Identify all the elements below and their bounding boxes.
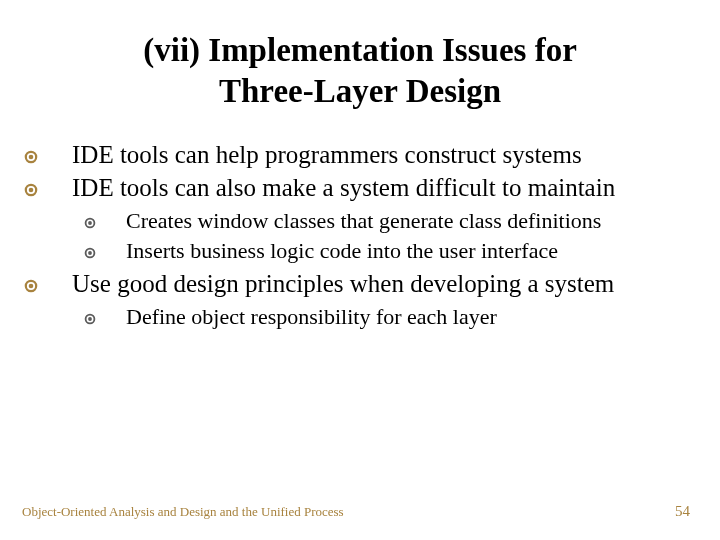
- list-item: Use good design principles when developi…: [52, 268, 680, 331]
- bullet-text: IDE tools can help programmers construct…: [72, 141, 582, 168]
- circle-dot-icon: [108, 237, 126, 265]
- footer-text: Object-Oriented Analysis and Design and …: [22, 504, 344, 520]
- slide-title: (vii) Implementation Issues for Three-La…: [0, 0, 720, 121]
- bullet-text: Use good design principles when developi…: [72, 270, 614, 297]
- bullet-text: Define object responsibility for each la…: [126, 304, 497, 329]
- circle-dot-icon: [52, 268, 72, 299]
- circle-dot-icon: [108, 303, 126, 331]
- bullet-text: Inserts business logic code into the use…: [126, 238, 558, 263]
- svg-point-11: [88, 317, 92, 321]
- svg-point-3: [29, 187, 34, 192]
- sub-bullet-list: Define object responsibility for each la…: [80, 303, 680, 331]
- svg-point-5: [88, 221, 92, 225]
- svg-point-9: [29, 284, 34, 289]
- title-line-1: (vii) Implementation Issues for: [143, 32, 577, 68]
- title-line-2: Three-Layer Design: [219, 73, 501, 109]
- list-item: Inserts business logic code into the use…: [108, 237, 680, 265]
- svg-point-1: [29, 154, 34, 159]
- svg-point-7: [88, 251, 92, 255]
- bullet-list: IDE tools can help programmers construct…: [52, 139, 680, 331]
- bullet-text: IDE tools can also make a system difficu…: [72, 174, 615, 201]
- list-item: IDE tools can help programmers construct…: [52, 139, 680, 170]
- list-item: Creates window classes that generate cla…: [108, 207, 680, 235]
- page-number: 54: [675, 503, 690, 520]
- slide-body: IDE tools can help programmers construct…: [0, 121, 720, 331]
- circle-dot-icon: [52, 139, 72, 170]
- sub-bullet-list: Creates window classes that generate cla…: [80, 207, 680, 264]
- circle-dot-icon: [52, 172, 72, 203]
- bullet-text: Creates window classes that generate cla…: [126, 208, 601, 233]
- circle-dot-icon: [108, 207, 126, 235]
- slide: (vii) Implementation Issues for Three-La…: [0, 0, 720, 540]
- list-item: IDE tools can also make a system difficu…: [52, 172, 680, 264]
- list-item: Define object responsibility for each la…: [108, 303, 680, 331]
